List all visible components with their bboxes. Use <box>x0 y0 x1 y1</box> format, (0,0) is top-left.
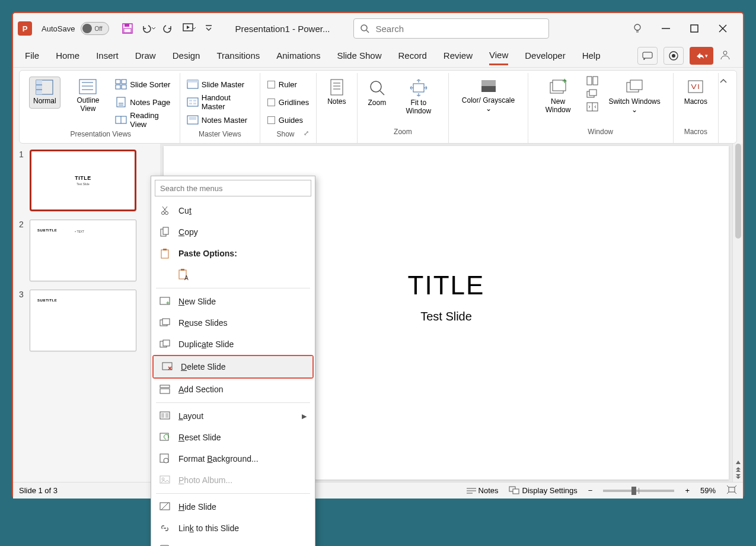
share-button[interactable]: ▾ <box>690 47 713 65</box>
ctx-add-section[interactable]: Add Section <box>151 379 315 400</box>
search-icon <box>360 24 369 33</box>
zoom-out-icon[interactable]: − <box>588 486 593 495</box>
ctx-search-box[interactable] <box>155 180 311 196</box>
notes-page-button[interactable]: Notes Page <box>116 94 172 110</box>
vertical-scrollbar[interactable] <box>732 144 743 482</box>
svg-rect-77 <box>181 269 184 271</box>
search-input[interactable] <box>375 24 543 34</box>
notes-toggle[interactable]: Notes <box>467 486 499 495</box>
tab-review[interactable]: Review <box>444 47 473 64</box>
present-from-beginning-icon[interactable] <box>183 23 197 34</box>
ctx-search-input[interactable] <box>160 184 306 193</box>
ctx-reuse-slides[interactable]: Reuse Slides <box>151 312 315 334</box>
ruler-checkbox[interactable]: Ruler <box>267 77 309 92</box>
prev-slide-icon[interactable] <box>735 459 742 465</box>
minimize-icon[interactable] <box>659 21 673 36</box>
collapse-ribbon-icon[interactable] <box>719 73 734 143</box>
ctx-reset-slide[interactable]: Reset Slide <box>151 427 315 448</box>
ctx-delete-slide[interactable]: Delete Slide <box>154 356 312 377</box>
ctx-layout[interactable]: Layout ▶ <box>151 405 315 427</box>
move-split-icon[interactable] <box>587 103 598 113</box>
display-settings[interactable]: Display Settings <box>509 486 578 495</box>
delete-slide-icon <box>162 361 173 372</box>
reuse-icon <box>160 318 170 328</box>
fit-slide-icon[interactable] <box>726 485 737 496</box>
slide-position[interactable]: Slide 1 of 3 <box>19 486 58 495</box>
record-button[interactable] <box>664 47 684 65</box>
guides-checkbox[interactable]: Guides <box>267 112 309 128</box>
autosave-toggle[interactable]: Off <box>81 22 109 35</box>
search-box[interactable] <box>353 18 549 39</box>
group-zoom: Zoom Fit to Window Zoom <box>358 73 449 143</box>
tab-view[interactable]: View <box>489 46 508 65</box>
zoom-slider[interactable] <box>603 490 674 492</box>
notes-button[interactable]: Notes <box>324 77 349 109</box>
cascade-icon[interactable] <box>587 90 598 100</box>
double-down-icon[interactable] <box>735 474 742 480</box>
tab-insert[interactable]: Insert <box>96 47 119 64</box>
svg-rect-91 <box>161 413 164 418</box>
tab-animations[interactable]: Animations <box>276 47 320 64</box>
format-bg-icon <box>160 453 170 464</box>
account-icon[interactable] <box>719 49 731 63</box>
thumbnail-1[interactable]: 1 TITLE Test Slide <box>30 150 155 211</box>
ctx-new-comment[interactable]: New Comment <box>151 539 315 546</box>
color-grayscale-button[interactable]: Color/ Grayscale ⌄ <box>456 77 520 116</box>
svg-point-68 <box>162 212 165 215</box>
ctx-link-to-slide[interactable]: Link to this Slide <box>151 518 315 539</box>
group-notes: Notes <box>317 73 357 143</box>
dialog-launcher-icon[interactable]: ⤢ <box>304 129 309 140</box>
ctx-duplicate-slide[interactable]: Duplicate Slide <box>151 334 315 355</box>
thumbnail-3[interactable]: 3 SUBTITLE <box>30 290 155 351</box>
tab-transitions[interactable]: Transitions <box>216 47 260 64</box>
qat-customize-icon[interactable] <box>205 25 212 32</box>
switch-windows-button[interactable]: Switch Windows ⌄ <box>604 77 666 117</box>
ctx-copy[interactable]: Copy <box>151 221 315 243</box>
zoom-in-icon[interactable]: + <box>685 486 690 495</box>
thumbnail-2[interactable]: 2 SUBTITLE • TEXT <box>30 220 155 281</box>
close-icon[interactable] <box>716 21 730 36</box>
redo-icon[interactable] <box>164 24 174 33</box>
macros-button[interactable]: Macros <box>681 77 711 109</box>
tab-home[interactable]: Home <box>56 47 79 64</box>
reading-view-button[interactable]: Reading View <box>116 112 172 128</box>
tab-file[interactable]: File <box>25 47 39 64</box>
zoom-level[interactable]: 59% <box>700 486 716 495</box>
save-icon[interactable] <box>122 23 133 34</box>
paste-option-icon: A <box>178 269 189 280</box>
ctx-paste-use-destination[interactable]: A <box>151 264 315 285</box>
tab-slideshow[interactable]: Slide Show <box>337 47 381 64</box>
tab-developer[interactable]: Developer <box>525 47 565 64</box>
svg-rect-35 <box>189 100 192 101</box>
tab-draw[interactable]: Draw <box>135 47 156 64</box>
ctx-new-slide[interactable]: + New Slide <box>151 291 315 312</box>
lightbulb-icon[interactable] <box>630 21 645 36</box>
notes-master-button[interactable]: Notes Master <box>187 112 253 128</box>
maximize-icon[interactable] <box>687 21 701 36</box>
undo-icon[interactable] <box>141 24 155 33</box>
svg-rect-24 <box>122 80 126 84</box>
zoom-button[interactable]: Zoom <box>365 77 390 110</box>
svg-rect-2 <box>124 28 131 33</box>
ctx-format-background[interactable]: Format Background... <box>151 448 315 469</box>
svg-point-69 <box>165 212 168 215</box>
svg-rect-27 <box>117 97 125 107</box>
gridlines-checkbox[interactable]: Gridlines <box>267 94 309 110</box>
slide-sorter-button[interactable]: Slide Sorter <box>116 77 172 92</box>
normal-button[interactable]: Normal <box>29 77 60 109</box>
comments-button[interactable] <box>637 47 658 65</box>
outline-view-button[interactable]: Outline View <box>66 77 110 116</box>
svg-rect-48 <box>481 80 496 86</box>
double-up-icon[interactable] <box>735 466 742 472</box>
handout-master-button[interactable]: Handout Master <box>187 94 253 110</box>
tab-help[interactable]: Help <box>582 47 601 64</box>
ctx-cut[interactable]: Cut <box>151 200 315 221</box>
ribbon: Normal Outline View Slide Sorter Notes P… <box>19 70 737 144</box>
slide-master-button[interactable]: Slide Master <box>187 77 253 92</box>
fit-to-window-button[interactable]: Fit to Window <box>395 77 441 118</box>
tab-record[interactable]: Record <box>398 47 426 64</box>
tab-design[interactable]: Design <box>173 47 200 64</box>
ctx-hide-slide[interactable]: Hide Slide <box>151 496 315 518</box>
arrange-all-icon[interactable] <box>587 77 598 87</box>
new-window-button[interactable]: + New Window <box>535 77 581 117</box>
